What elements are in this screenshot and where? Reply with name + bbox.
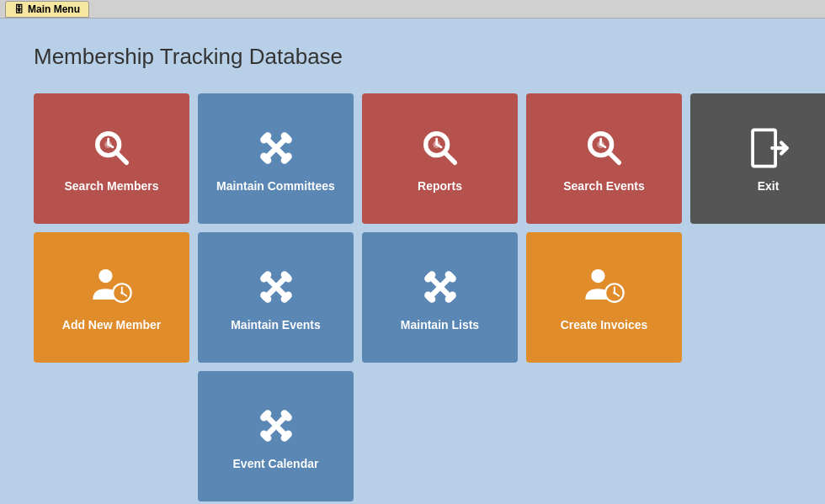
svg-line-17 [609,152,619,162]
exit-label: Exit [758,179,780,193]
search-events-label: Search Events [563,179,645,193]
main-content: Membership Tracking Database Search Memb… [0,19,825,504]
maintain-committees-label: Maintain Committees [216,179,335,193]
tile-grid: Search Members Maintain Committees Repor… [34,93,791,501]
maintain-events-icon [253,264,299,310]
svg-point-47 [613,291,615,294]
tile-add-new-member[interactable]: Add New Member [34,232,189,363]
svg-line-1 [116,152,126,162]
event-calendar-label: Event Calendar [233,457,319,470]
page-title: Membership Tracking Database [34,44,791,70]
svg-point-42 [591,268,604,282]
tile-reports[interactable]: Reports [362,93,518,224]
svg-point-23 [770,146,774,149]
title-bar-tab: 🗄 Main Menu [5,1,89,18]
search-events-icon [582,125,627,171]
svg-point-24 [98,268,112,282]
add-new-member-icon [89,264,135,310]
title-bar-label: Main Menu [28,3,80,15]
maintain-lists-icon [418,264,463,310]
reports-icon [418,125,463,171]
tile-exit[interactable]: Exit [690,93,825,224]
event-calendar-icon [253,403,299,448]
tile-search-events[interactable]: Search Events [526,93,682,224]
tile-create-invoices[interactable]: Create Invoices [526,232,682,363]
svg-line-12 [444,152,455,162]
search-members-label: Search Members [64,179,158,193]
title-bar: 🗄 Main Menu [0,0,825,19]
tile-search-members[interactable]: Search Members [34,93,189,224]
reports-label: Reports [418,179,462,193]
tile-maintain-committees[interactable]: Maintain Committees [198,93,354,224]
tile-event-calendar[interactable]: Event Calendar [198,371,354,501]
svg-point-29 [120,291,123,294]
search-members-icon [89,125,135,171]
maintain-events-label: Maintain Events [231,318,321,332]
tile-maintain-events[interactable]: Maintain Events [198,232,354,363]
tile-maintain-lists[interactable]: Maintain Lists [362,232,518,363]
exit-icon [746,125,791,171]
create-invoices-icon [582,264,627,310]
maintain-lists-label: Maintain Lists [401,318,479,332]
add-new-member-label: Add New Member [62,318,161,332]
maintain-committees-icon [253,125,299,171]
create-invoices-label: Create Invoices [561,318,648,332]
